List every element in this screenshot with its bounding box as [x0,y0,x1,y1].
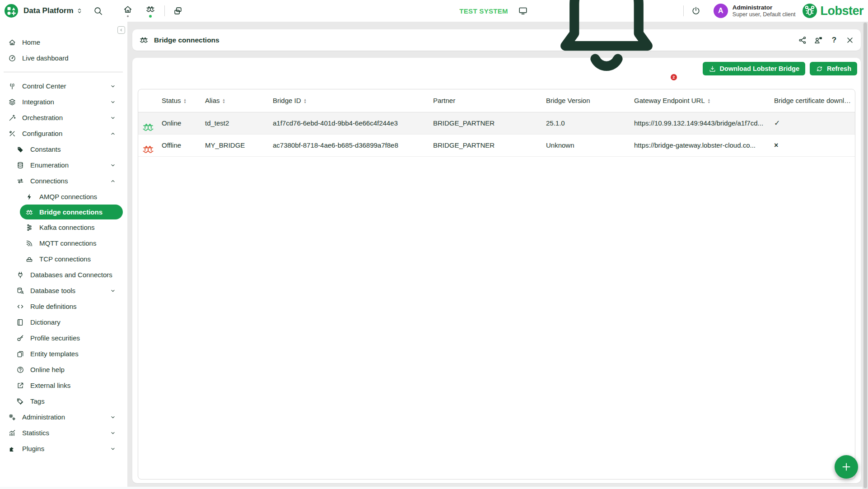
sidebar-item-label: Bridge connections [39,208,103,216]
home-tab[interactable] [123,5,133,17]
column-header-alias[interactable]: Alias▴▾ [201,89,269,112]
pages-icon[interactable] [173,6,183,16]
column-header-bridge-certificate-downlo: Bridge certificate downlo... [770,89,855,112]
chevron-down-icon [109,445,117,452]
bridge-connections-tab[interactable] [145,4,155,18]
column-header-status[interactable]: Status▴▾ [158,89,201,112]
sidebar-item-control-center[interactable]: Control Center [0,78,127,94]
sidebar-item-administration[interactable]: Administration [0,409,127,425]
sidebar-item-label: Administration [22,413,65,421]
table-row-td-test2[interactable]: Onlinetd_test2a1f7cd76-6ebd-401d-9bb4-6e… [138,112,855,134]
page-scrollbar[interactable] [863,22,868,489]
sidebar-item-configuration[interactable]: Configuration [0,126,127,141]
scrollbar-thumb[interactable] [863,23,867,488]
sidebar-item-online-help[interactable]: Online help [0,362,127,377]
status-cell: Online [158,112,201,134]
sidebar-item-label: Orchestration [22,114,63,121]
column-header-label: Status [162,97,181,104]
main-area: Bridge connections ? Download Lobster Br… [127,22,863,487]
sidebar-item-dictionary[interactable]: Dictionary [0,314,127,330]
sidebar-collapse-button[interactable] [117,26,125,34]
power-icon[interactable] [691,6,701,16]
status-icon-cell [138,112,158,134]
user-name: Administrator [733,4,796,11]
table-row-my-bridge[interactable]: OfflineMY_BRIDGEac7380bf-8718-4ae6-b685-… [138,134,855,156]
version-cell: Unknown [542,134,630,156]
sidebar-item-integration[interactable]: Integration [0,94,127,110]
sidebar-item-databases-and-connectors[interactable]: Databases and Connectors [0,267,127,283]
monitor-icon[interactable] [518,6,528,16]
data-platform-logo-icon [5,4,18,18]
alias-cell: td_test2 [201,112,269,134]
sidebar-item-live-dashboard[interactable]: Live dashboard [0,50,127,66]
sidebar-item-tags[interactable]: Tags [0,393,127,409]
sidebar-item-external-links[interactable]: External links [0,377,127,393]
bridge-id-cell: ac7380bf-8718-4ae6-b685-d36899a7f8e8 [269,134,429,156]
sidebar-item-profile-securities[interactable]: Profile securities [0,330,127,346]
sidebar-item-orchestration[interactable]: Orchestration [0,110,127,126]
help-icon [16,366,24,374]
sidebar-item-label: Databases and Connectors [30,271,112,279]
tag-icon [16,145,24,154]
bridge-icon [25,208,33,216]
sort-icon[interactable]: ▴▾ [184,98,186,104]
sort-icon[interactable]: ▴▾ [223,98,225,104]
chevron-down-icon [109,98,117,106]
notifications-button[interactable]: 2 [539,0,674,79]
sidebar-item-database-tools[interactable]: Database tools [0,283,127,298]
alias-cell: MY_BRIDGE [201,134,269,156]
sidebar-nav: HomeLive dashboardControl CenterIntegrat… [0,34,127,456]
column-header-label: Bridge certificate downlo... [774,97,854,104]
add-button[interactable] [835,455,858,479]
sort-icon[interactable]: ▴▾ [708,98,710,104]
app-switcher-chevrons-icon[interactable] [76,7,83,14]
sort-icon[interactable]: ▴▾ [304,98,306,104]
avatar[interactable]: A [714,4,728,18]
sidebar-item-statistics[interactable]: Statistics [0,425,127,441]
database-icon [16,161,24,169]
sidebar-item-tcp-connections[interactable]: TCP connections [0,251,127,267]
sidebar-item-label: AMQP connections [39,193,97,200]
sidebar-item-plugins[interactable]: Plugins [0,441,127,456]
sidebar-item-entity-templates[interactable]: Entity templates [0,346,127,362]
bottom-strip [0,487,863,489]
column-header-label: Alias [205,97,220,104]
topbar-right: TEST SYSTEM 2 A Administrator Super user… [459,0,868,79]
bolt-icon [25,193,33,201]
sidebar-item-constants[interactable]: Constants [0,141,127,157]
app-title: Data Platform [23,6,74,15]
bridge-tab-indicator [149,15,152,18]
column-header-bridge-id[interactable]: Bridge ID▴▾ [269,89,429,112]
status-cell: Offline [158,134,201,156]
layers-icon [8,98,16,106]
sidebar-item-label: Live dashboard [22,54,69,62]
sidebar-item-rule-definitions[interactable]: Rule definitions [0,298,127,314]
environment-label: TEST SYSTEM [459,7,508,15]
lobster-logo-icon [803,4,817,18]
sidebar-item-kafka-connections[interactable]: Kafka connections [0,219,127,235]
wand-icon [8,114,16,122]
topbar: Data Platform TEST SYSTEM 2 A Administra… [0,0,868,22]
sidebar: HomeLive dashboardControl CenterIntegrat… [0,22,127,487]
sidebar-item-label: Statistics [22,429,49,437]
user-info: Administrator Super user, Default client [733,4,796,18]
sidebar-item-label: TCP connections [39,255,91,263]
sidebar-item-label: Configuration [22,130,62,137]
sidebar-item-enumeration[interactable]: Enumeration [0,157,127,173]
column-header-gateway-endpoint-url[interactable]: Gateway Endpoint URL▴▾ [630,89,770,112]
search-icon[interactable] [93,6,103,16]
version-cell: 25.1.0 [542,112,630,134]
sidebar-item-bridge-connections[interactable]: Bridge connections [20,205,123,219]
sidebar-item-connections[interactable]: Connections [0,173,127,189]
sidebar-item-label: Profile securities [30,334,80,342]
chevron-down-icon [109,429,117,437]
sidebar-item-amqp-connections[interactable]: AMQP connections [0,189,127,205]
sidebar-item-label: Home [22,38,40,46]
home-icon [8,38,16,47]
sidebar-item-label: Rule definitions [30,303,77,310]
sidebar-item-label: Online help [30,366,65,373]
sidebar-item-label: Control Center [22,82,66,90]
sidebar-item-home[interactable]: Home [0,34,127,50]
column-header-partner: Partner [429,89,542,112]
sidebar-item-mqtt-connections[interactable]: MQTT connections [0,235,127,251]
